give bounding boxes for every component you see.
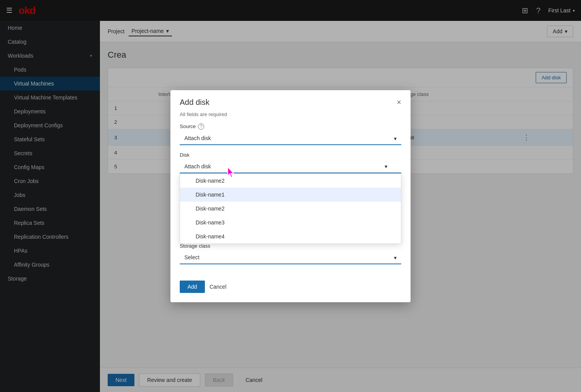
- source-field-group: Source ? Attach disk: [180, 123, 401, 145]
- disk-current-value: Attach disk: [184, 163, 211, 169]
- required-note: All fields are required: [180, 111, 401, 117]
- storage-class-select[interactable]: Select: [180, 251, 401, 264]
- source-select[interactable]: Attach disk: [180, 132, 401, 145]
- disk-field-group: Disk Attach disk ▾ Disk-name2: [180, 152, 401, 173]
- modal-header: Add disk ×: [170, 90, 411, 107]
- disk-option-disk-name3[interactable]: Disk-name3: [180, 216, 401, 229]
- modal-overlay: Add disk × All fields are required Sourc…: [0, 0, 581, 392]
- disk-option-disk-name2-top[interactable]: Disk-name2: [180, 174, 401, 188]
- add-disk-modal: Add disk × All fields are required Sourc…: [170, 90, 411, 302]
- source-label: Source ?: [180, 123, 401, 130]
- source-select-wrapper: Attach disk: [180, 132, 401, 145]
- modal-close-button[interactable]: ×: [397, 98, 401, 106]
- modal-add-button[interactable]: Add: [180, 281, 205, 293]
- storage-class-label: Storage class: [180, 243, 401, 249]
- disk-dropdown-list: Disk-name2 Disk-name1 Disk-name2 Di: [180, 173, 401, 244]
- disk-label: Disk: [180, 152, 401, 158]
- modal-cancel-button[interactable]: Cancel: [210, 284, 227, 290]
- disk-option-disk-name2[interactable]: Disk-name2: [180, 202, 401, 216]
- modal-title: Add disk: [180, 98, 210, 107]
- source-help-icon[interactable]: ?: [198, 123, 204, 130]
- disk-option-disk-name1[interactable]: Disk-name1: [180, 188, 401, 202]
- disk-option-disk-name4[interactable]: Disk-name4: [180, 229, 401, 243]
- disk-dropdown-wrapper: Attach disk ▾ Disk-name2 Disk-name1: [180, 160, 401, 173]
- modal-footer: Add Cancel: [170, 281, 411, 302]
- disk-select-trigger[interactable]: Attach disk ▾: [180, 160, 401, 173]
- storage-class-select-wrapper: Select: [180, 251, 401, 264]
- modal-body: All fields are required Source ? Attach …: [170, 107, 411, 281]
- disk-dropdown-arrow-icon: ▾: [385, 163, 387, 169]
- storage-class-field-group: Storage class Select: [180, 243, 401, 264]
